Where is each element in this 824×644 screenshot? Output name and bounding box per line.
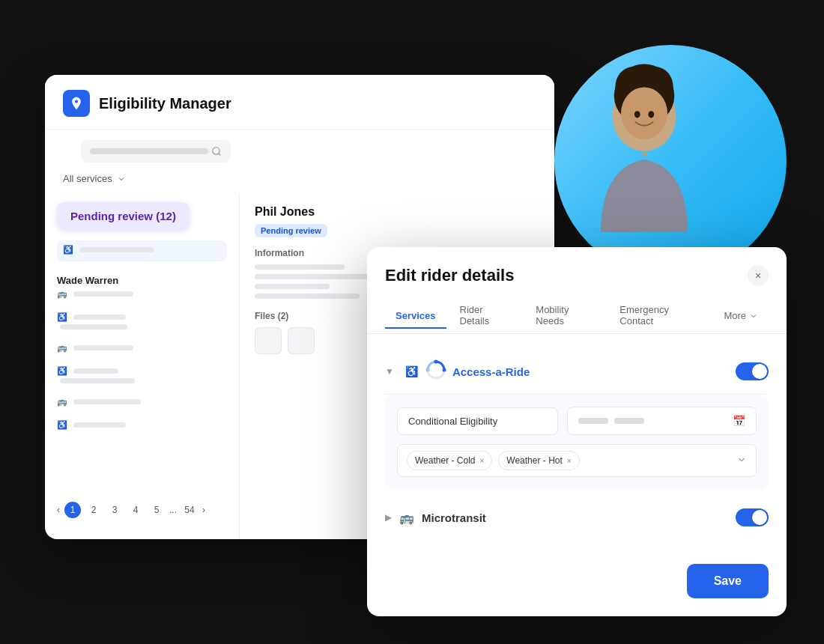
svg-point-9: [634, 111, 640, 118]
status-badge: Pending review: [255, 224, 327, 237]
svg-point-11: [642, 151, 646, 156]
list-item-wade[interactable]: Wade Warren 🚌: [57, 275, 227, 299]
prev-page-button[interactable]: ‹: [57, 505, 60, 515]
eligibility-row: Conditional Eligibility 📅: [397, 407, 757, 435]
list-item-6[interactable]: 🚌: [57, 397, 227, 407]
selected-person-name: Phil Jones: [255, 205, 539, 219]
wheelchair-icon: ♿: [57, 366, 67, 376]
svg-point-15: [425, 368, 429, 372]
info-row: [255, 284, 330, 289]
access-a-ride-spinner-icon: [425, 359, 446, 380]
svg-point-8: [621, 87, 667, 139]
bus-service-icon: 🚌: [399, 511, 414, 525]
date-range-input[interactable]: 📅: [567, 407, 757, 435]
search-bar[interactable]: [81, 140, 231, 162]
tab-services[interactable]: Services: [385, 304, 446, 329]
search-icon: [211, 146, 222, 157]
tags-dropdown-button[interactable]: [736, 455, 747, 467]
service-toggle-microtransit[interactable]: [736, 508, 769, 526]
modal-title: Edit rider details: [385, 266, 514, 285]
tab-emergency-contact[interactable]: Emergency Contact: [609, 298, 710, 334]
tag-close-weather-cold[interactable]: ×: [479, 457, 484, 465]
svg-point-0: [213, 148, 219, 154]
list-item-5[interactable]: ♿: [57, 366, 227, 383]
tag-label-weather-hot: Weather - Hot: [506, 455, 562, 466]
placeholder: [73, 422, 126, 428]
placeholder: [73, 399, 141, 404]
pending-review-badge: Pending review (12): [57, 202, 190, 230]
pagination: ‹ 1 2 3 4 5 ... 54 ›: [45, 493, 217, 527]
service-name-access-a-ride: Access-a-Ride: [452, 365, 736, 378]
tags-input-row[interactable]: Weather - Cold × Weather - Hot ×: [397, 444, 757, 477]
placeholder: [60, 378, 135, 383]
wheelchair-icon: ♿: [57, 420, 67, 430]
filter-label: All services: [63, 173, 112, 184]
placeholder: [73, 345, 133, 350]
svg-line-1: [219, 154, 221, 156]
wheelchair-service-icon: ♿: [402, 361, 422, 382]
service-expand-button[interactable]: ▼: [385, 366, 394, 377]
page-4[interactable]: 4: [127, 502, 144, 518]
tab-rider-details[interactable]: Rider Details: [449, 298, 523, 334]
placeholder: [73, 368, 118, 374]
profile-photo-circle: [554, 45, 787, 277]
app-title: Eligibility Manager: [99, 95, 231, 112]
bus-icon: 🚌: [57, 289, 67, 299]
person-name: Wade Warren: [57, 275, 227, 286]
wheelchair-icon: ♿: [63, 245, 73, 255]
eligibility-type-label: Conditional Eligibility: [408, 416, 497, 427]
list-item-selected[interactable]: ♿: [57, 240, 227, 261]
person-silhouette: [554, 45, 734, 240]
placeholder: [60, 324, 127, 329]
file-box-2[interactable]: [288, 327, 315, 354]
bus-icon: 🚌: [57, 343, 67, 353]
page-2[interactable]: 2: [85, 502, 102, 518]
filter-bar: All services: [45, 173, 554, 193]
modal-header: Edit rider details ×: [367, 247, 787, 286]
date-seg-1: [578, 418, 608, 424]
tag-label-weather-cold: Weather - Cold: [415, 455, 475, 466]
service-row-microtransit: ▶ 🚌 Microtransit: [385, 498, 769, 537]
wheelchair-icon: ♿: [405, 365, 418, 377]
modal-body: ▼ ♿: [367, 334, 787, 552]
chevron-down-icon: [117, 174, 126, 183]
scene: Eligibility Manager All services Pending…: [0, 0, 824, 644]
tab-mobility-needs[interactable]: Mobility Needs: [525, 298, 606, 334]
tag-close-weather-hot[interactable]: ×: [567, 457, 572, 465]
tag-weather-cold[interactable]: Weather - Cold ×: [407, 451, 492, 470]
list-item-3[interactable]: ♿: [57, 312, 227, 329]
modal-close-button[interactable]: ×: [748, 265, 769, 286]
info-row: [255, 294, 360, 299]
next-page-button[interactable]: ›: [202, 505, 205, 515]
service-row-access-a-ride: ▼ ♿: [385, 349, 769, 395]
tab-more-dropdown[interactable]: More: [713, 304, 769, 327]
service-expand-microtransit[interactable]: ▶: [385, 512, 392, 523]
bus-icon: 🚌: [57, 397, 67, 407]
logo-icon: [69, 96, 84, 111]
calendar-icon: 📅: [733, 415, 745, 427]
modal-footer: Save: [367, 552, 787, 616]
page-54[interactable]: 54: [181, 502, 198, 518]
svg-point-14: [442, 368, 446, 372]
tag-weather-hot[interactable]: Weather - Hot ×: [498, 451, 579, 470]
page-5[interactable]: 5: [148, 502, 165, 518]
modal-tabs: Services Rider Details Mobility Needs Em…: [367, 286, 787, 334]
service-filter-dropdown[interactable]: All services: [63, 173, 126, 184]
svg-point-13: [434, 360, 437, 364]
save-button[interactable]: Save: [687, 564, 769, 598]
placeholder: [73, 315, 126, 320]
list-item-4[interactable]: 🚌: [57, 343, 227, 353]
file-box-1[interactable]: [255, 327, 282, 354]
service-expanded-content: Conditional Eligibility 📅: [385, 395, 769, 489]
svg-point-10: [648, 111, 654, 118]
service-name-microtransit: Microtransit: [422, 511, 736, 524]
search-placeholder-bar: [90, 148, 208, 154]
page-3[interactable]: 3: [106, 502, 123, 518]
edit-rider-modal: Edit rider details × Services Rider Deta…: [367, 247, 787, 616]
page-1[interactable]: 1: [64, 502, 81, 518]
service-toggle-access-a-ride[interactable]: [736, 362, 769, 380]
app-header: Eligibility Manager: [45, 75, 554, 130]
eligibility-type-input[interactable]: Conditional Eligibility: [397, 407, 558, 435]
service-access-a-ride-section: ▼ ♿: [385, 349, 769, 489]
list-item-7[interactable]: ♿: [57, 420, 227, 430]
